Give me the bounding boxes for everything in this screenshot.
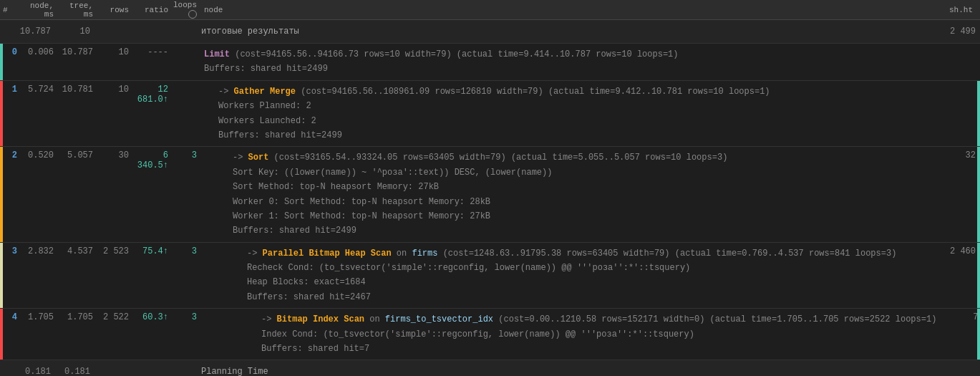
right-bar: [977, 309, 980, 360]
footer-ms2: 0.181: [55, 363, 94, 376]
row-loops: 3: [173, 309, 201, 326]
row-node: -> Sort (cost=93165.54..93324.05 rows=63…: [201, 147, 937, 241]
row-loops: [173, 44, 201, 51]
row-rows: 30: [97, 147, 133, 164]
summary-ms1: 10.787: [16, 23, 55, 40]
header-node-ms: node, ms: [19, 1, 58, 19]
row-ratio: 6 340.5↑: [133, 147, 173, 174]
row-loops: 3: [173, 243, 201, 260]
row-number: 1: [3, 81, 19, 98]
row-node: -> Parallel Bitmap Heap Scan on firms (c…: [201, 243, 937, 309]
row-ms1: 2.832: [19, 243, 58, 260]
footer-label: Planning Time: [198, 367, 980, 376]
row-bar: [0, 44, 3, 80]
summary-label: итоговые результаты: [198, 26, 937, 37]
row-ms2: 10.781: [58, 81, 97, 98]
row-bar: [0, 243, 3, 309]
summary-shht: 2 499: [937, 23, 980, 40]
header-rows: rows: [97, 6, 133, 14]
main-table: # node, ms tree, ms rows ratio loops nod…: [0, 0, 980, 376]
row-node: -> Gather Merge (cost=94165.56..108961.0…: [201, 81, 937, 147]
rows-container: 0 0.006 10.787 10 ---- Limit (cost=94165…: [0, 44, 980, 360]
header-num: #: [3, 6, 19, 14]
row-shht: 32: [937, 147, 980, 164]
row-rows: 2 523: [97, 243, 133, 260]
loops-info-icon[interactable]: [188, 10, 197, 19]
row-bar: [0, 147, 3, 241]
row-rows: 10: [97, 44, 133, 61]
right-bar: [977, 81, 980, 147]
row-ms1: 5.724: [19, 81, 58, 98]
summary-ms2: 10: [55, 23, 94, 40]
row-ms2: 10.787: [58, 44, 97, 61]
table-row[interactable]: 1 5.724 10.781 10 12 681.0↑ -> Gather Me…: [0, 81, 980, 148]
header-shht: sh.ht: [934, 6, 977, 14]
table-row[interactable]: 3 2.832 4.537 2 523 75.4↑ 3 -> Parallel …: [0, 243, 980, 309]
row-ratio: 12 681.0↑: [133, 81, 173, 108]
row-ms2: 1.705: [58, 309, 97, 326]
row-ms2: 5.057: [58, 147, 97, 164]
row-shht: 2 460: [937, 243, 980, 260]
footer-row: 0.181 0.181 Planning Time: [0, 360, 980, 376]
row-number: 0: [3, 44, 19, 61]
row-number: 4: [3, 309, 19, 326]
row-rows: 2 522: [97, 309, 133, 326]
row-ratio: 75.4↑: [133, 243, 173, 260]
footer-container: 0.181 0.181 Planning Time 0.059 10.846 E…: [0, 360, 980, 376]
row-shht: [937, 81, 980, 88]
header-node: node: [201, 6, 934, 14]
footer-ms1: 0.181: [16, 363, 55, 376]
row-bar: [0, 81, 3, 147]
header-tree-ms: tree, ms: [58, 1, 97, 19]
row-rows: 10: [97, 81, 133, 98]
row-ms1: 0.006: [19, 44, 58, 61]
row-number: 3: [3, 243, 19, 260]
row-node: Limit (cost=94165.56..94166.73 rows=10 w…: [201, 44, 937, 80]
row-ratio: 60.3↑: [133, 309, 173, 326]
row-ms1: 0.520: [19, 147, 58, 164]
table-row[interactable]: 4 1.705 1.705 2 522 60.3↑ 3 -> Bitmap In…: [0, 309, 980, 360]
header-loops: loops: [173, 1, 201, 18]
row-bar: [0, 309, 3, 360]
row-loops: [173, 81, 201, 88]
row-node: -> Bitmap Index Scan on firms_to_tsvecto…: [201, 309, 939, 360]
row-number: 2: [3, 147, 19, 164]
row-shht: 7: [939, 309, 980, 326]
row-loops: 3: [173, 147, 201, 164]
right-bar: [977, 147, 980, 241]
table-row[interactable]: 0 0.006 10.787 10 ---- Limit (cost=94165…: [0, 44, 980, 81]
table-header: # node, ms tree, ms rows ratio loops nod…: [0, 0, 980, 20]
row-ms1: 1.705: [19, 309, 58, 326]
header-ratio: ratio: [133, 6, 173, 14]
row-ratio: ----: [133, 44, 173, 61]
row-ms2: 4.537: [58, 243, 97, 260]
right-bar: [977, 243, 980, 309]
table-row[interactable]: 2 0.520 5.057 30 6 340.5↑ 3 -> Sort (cos…: [0, 147, 980, 242]
row-shht: [937, 44, 980, 51]
summary-top-row: 10.787 10 итоговые результаты 2 499: [0, 20, 980, 44]
